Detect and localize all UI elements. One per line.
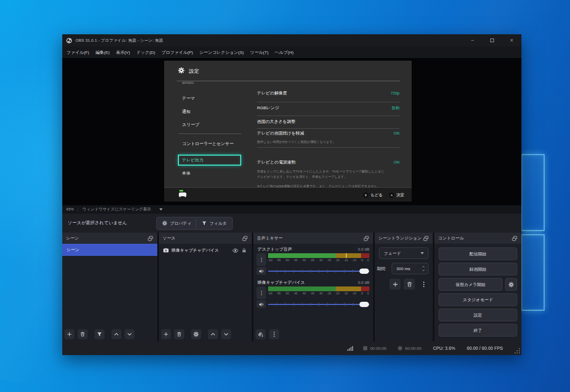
sidebar-item-console: 本体: [182, 170, 191, 176]
spin-up-icon[interactable]: [421, 265, 426, 268]
mixer-menu-button[interactable]: [269, 329, 279, 339]
sidebar-item-clipped: amiibo: [182, 82, 194, 86]
scale-mode-label[interactable]: ウィンドウサイズにスケーリング表示: [78, 207, 155, 212]
remove-transition-button[interactable]: [404, 279, 415, 290]
mute-button[interactable]: [256, 300, 266, 308]
stream-time: 00:00:00: [357, 346, 392, 351]
remove-scene-button[interactable]: [78, 329, 88, 339]
advanced-audio-button[interactable]: [255, 329, 265, 339]
source-up-button[interactable]: [208, 329, 218, 339]
wallpaper-window-pane: [521, 234, 545, 311]
menu-edit[interactable]: 編集(E): [92, 50, 113, 55]
sidebar-item-theme: テーマ: [182, 95, 195, 101]
scene-down-button[interactable]: [125, 329, 135, 339]
capture-footer: Bもどる A決定: [164, 187, 412, 202]
studio-mode-button[interactable]: スタジオモード: [439, 293, 517, 306]
duration-spinbox[interactable]: 300 ms: [392, 263, 429, 274]
setting-row-power-sync: テレビとの電源連動ON: [257, 159, 400, 165]
capture-header-divider: [177, 81, 400, 81]
source-properties-button[interactable]: [191, 329, 201, 339]
add-scene-button[interactable]: [64, 329, 74, 339]
preview-scale-bar: 45% ウィンドウサイズにスケーリング表示: [62, 205, 521, 214]
a-button-icon: A: [389, 193, 394, 198]
exit-button[interactable]: 終了: [439, 324, 517, 337]
menu-view[interactable]: 表示(V): [113, 50, 134, 55]
setting-desc: 操作しない時間が5分つづくと画面が薄暗くなります。: [257, 139, 404, 145]
popout-icon[interactable]: [511, 235, 518, 242]
popout-icon[interactable]: [423, 235, 429, 242]
scenes-panel-header[interactable]: シーン: [62, 233, 157, 244]
filter-icon: [202, 221, 207, 226]
scale-dropdown-icon[interactable]: [159, 208, 163, 211]
resize-grip[interactable]: [515, 348, 520, 353]
menu-tools[interactable]: ツール(T): [247, 50, 272, 55]
maximize-button[interactable]: [482, 34, 502, 46]
menu-scene-collection[interactable]: シーンコレクション(S): [196, 50, 247, 55]
menu-dock[interactable]: ドック(D): [133, 50, 158, 55]
spin-down-icon[interactable]: [421, 269, 426, 272]
setting-row-screen-size: 画面の大きさを調整: [257, 119, 400, 125]
controller-icon: [178, 192, 187, 198]
sidebar-item-tv-output-selected: テレビ出力: [178, 155, 241, 166]
scale-percent[interactable]: 45%: [62, 207, 78, 212]
popout-icon[interactable]: [242, 235, 248, 242]
menu-help[interactable]: ヘルプ(H): [272, 50, 297, 55]
preview-area[interactable]: 設定 amiibo テーマ 通知 スリープ コントローラーとセンサー テレビ出力…: [62, 58, 521, 205]
ok-hint: A決定: [389, 193, 404, 198]
sidebar-item-notifications: 通知: [182, 109, 191, 114]
properties-button[interactable]: プロパティ: [156, 217, 197, 230]
volume-slider[interactable]: [268, 268, 369, 274]
scenes-panel: シーン シーン: [62, 233, 157, 341]
scene-up-button[interactable]: [111, 329, 121, 339]
channel-name: デスクトップ音声: [258, 246, 292, 252]
popout-icon[interactable]: [363, 235, 369, 242]
close-button[interactable]: ×: [502, 34, 521, 46]
transition-menu-button[interactable]: [418, 279, 429, 290]
popout-icon[interactable]: [147, 235, 154, 242]
visibility-eye-icon[interactable]: [232, 247, 239, 254]
sources-title: ソース: [163, 235, 175, 241]
source-down-button[interactable]: [221, 329, 231, 339]
no-source-message: ソースが選択されていません: [68, 220, 127, 226]
mixer-panel: 音声ミキサー デスクトップ音声 0.0 dB -60-55-50-45-40-3…: [253, 233, 373, 341]
setting-row-rgb: RGBレンジ自動: [257, 105, 400, 111]
source-list-item[interactable]: 映像キャプチャデバイス: [159, 244, 252, 256]
sources-panel-header[interactable]: ソース: [159, 233, 252, 244]
channel-menu-button[interactable]: [256, 253, 266, 266]
transition-select[interactable]: フェード: [379, 247, 429, 259]
settings-button[interactable]: 設定: [439, 309, 517, 321]
menu-file[interactable]: ファイル(F): [63, 50, 92, 55]
controller-led: [179, 190, 183, 192]
scene-filters-button[interactable]: [94, 329, 104, 339]
controls-panel: コントロール 配信開始 録画開始 仮想カメラ開始 スタジオモード 設定 終了: [434, 233, 521, 341]
channel-menu-button[interactable]: [256, 286, 266, 299]
lock-icon[interactable]: [241, 247, 247, 253]
dropdown-icon: [421, 252, 424, 254]
scene-list-item[interactable]: シーン: [62, 244, 157, 256]
filters-button[interactable]: フィルタ: [196, 217, 233, 230]
row-divider: [257, 102, 400, 102]
row-divider: [257, 116, 400, 116]
controls-panel-header[interactable]: コントロール: [434, 233, 521, 244]
mixer-panel-header[interactable]: 音声ミキサー: [253, 233, 373, 244]
menu-profile[interactable]: プロファイル(P): [158, 50, 196, 55]
virtual-camera-settings-button[interactable]: [505, 278, 517, 291]
maximize-icon: [490, 39, 494, 42]
add-source-button[interactable]: [161, 329, 171, 339]
slider-handle[interactable]: [359, 269, 369, 274]
titlebar[interactable]: OBS 31.0.1 - プロファイル: 無題 - シーン: 無題 − ×: [62, 34, 521, 46]
start-streaming-button[interactable]: 配信開始: [439, 247, 517, 260]
transitions-title: シーントランジション: [378, 235, 422, 241]
start-virtual-camera-button[interactable]: 仮想カメラ開始: [439, 278, 502, 291]
minimize-button[interactable]: −: [463, 34, 482, 46]
transitions-panel-header[interactable]: シーントランジション: [375, 233, 433, 244]
mute-button[interactable]: [256, 267, 266, 275]
mixer-channel-desktop-audio: デスクトップ音声 0.0 dB -60-55-50-45-40-35-30-25…: [256, 246, 369, 275]
record-time: 00:00:00: [392, 346, 427, 351]
volume-slider[interactable]: [268, 301, 369, 308]
remove-source-button[interactable]: [174, 329, 184, 339]
slider-handle[interactable]: [359, 302, 369, 307]
start-recording-button[interactable]: 録画開始: [439, 263, 517, 275]
add-transition-button[interactable]: [390, 279, 401, 290]
dock-area: シーン シーン ソース 映像キャプチャデバイス: [62, 233, 521, 341]
